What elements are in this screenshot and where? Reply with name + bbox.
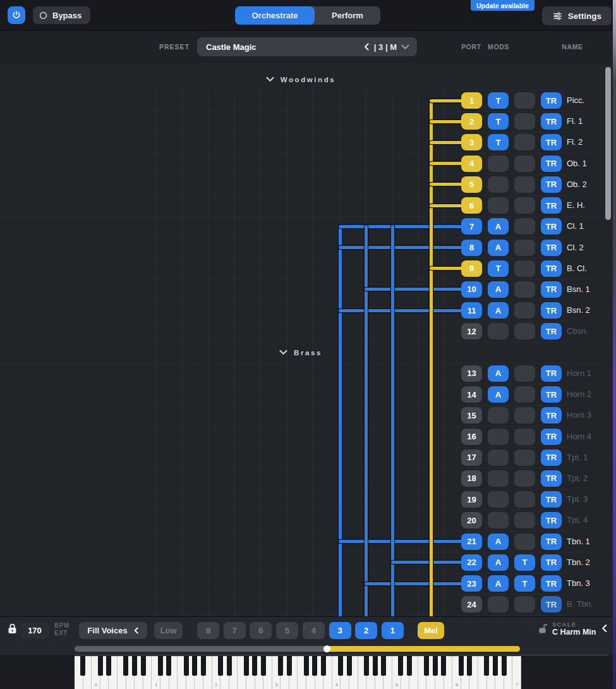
tab-perform[interactable]: Perform xyxy=(315,6,380,25)
black-key[interactable] xyxy=(123,656,128,676)
port-badge[interactable]: 10 xyxy=(461,281,482,298)
port-badge[interactable]: 13 xyxy=(461,365,482,382)
tr-button[interactable]: TR xyxy=(541,260,562,277)
voice-button-8[interactable]: 8 xyxy=(197,622,219,639)
tr-button[interactable]: TR xyxy=(541,596,562,613)
tr-button[interactable]: TR xyxy=(541,323,562,339)
mod-slot-empty[interactable] xyxy=(514,323,535,339)
mod-slot-empty[interactable] xyxy=(514,302,535,319)
black-key[interactable] xyxy=(433,656,438,676)
voice-button-2[interactable]: 2 xyxy=(355,622,377,639)
port-badge[interactable]: 4 xyxy=(461,155,482,172)
mod-slot-empty[interactable] xyxy=(514,429,535,445)
black-key[interactable] xyxy=(381,656,386,676)
black-key[interactable] xyxy=(347,656,352,676)
black-key[interactable] xyxy=(493,656,498,676)
tr-button[interactable]: TR xyxy=(541,534,562,550)
mod-slot-empty[interactable] xyxy=(488,197,509,214)
port-badge[interactable]: 11 xyxy=(461,302,482,319)
mod-button-a[interactable]: A xyxy=(488,534,509,550)
mod-slot-empty[interactable] xyxy=(514,240,535,256)
mod-button-t[interactable]: T xyxy=(488,134,509,150)
mod-button-a[interactable]: A xyxy=(488,365,509,382)
black-key[interactable] xyxy=(312,656,317,676)
mod-slot-empty[interactable] xyxy=(488,407,509,424)
power-button[interactable] xyxy=(8,6,25,24)
black-key[interactable] xyxy=(192,656,197,676)
port-badge[interactable]: 17 xyxy=(461,449,482,466)
port-badge[interactable]: 23 xyxy=(461,575,482,592)
mod-slot-empty[interactable] xyxy=(514,491,535,508)
port-badge[interactable]: 22 xyxy=(461,554,482,571)
port-badge[interactable]: 16 xyxy=(461,429,482,445)
mod-slot-empty[interactable] xyxy=(514,512,535,528)
tr-button[interactable]: TR xyxy=(541,281,562,298)
mod-slot-empty[interactable] xyxy=(514,470,535,487)
black-key[interactable] xyxy=(398,656,403,676)
black-key[interactable] xyxy=(132,656,137,676)
black-key[interactable] xyxy=(467,656,472,676)
black-key[interactable] xyxy=(252,656,257,676)
tr-button[interactable]: TR xyxy=(541,218,562,235)
update-available-badge[interactable]: Update available xyxy=(471,0,534,11)
mod-button-t[interactable]: T xyxy=(488,260,509,277)
port-badge[interactable]: 8 xyxy=(461,240,482,256)
voice-button-6[interactable]: 6 xyxy=(250,622,272,639)
black-key[interactable] xyxy=(484,656,489,676)
scrollbar-thumb[interactable] xyxy=(605,67,611,220)
preset-dropdown[interactable]: Castle Magic | 3 | M xyxy=(197,37,417,56)
mel-voice-button[interactable]: Mel xyxy=(418,622,444,639)
mod-button-t[interactable]: T xyxy=(514,554,535,571)
mod-slot-empty[interactable] xyxy=(514,596,535,613)
mod-slot-empty[interactable] xyxy=(488,596,509,613)
tr-button[interactable]: TR xyxy=(541,491,562,508)
black-key[interactable] xyxy=(166,656,171,676)
tr-button[interactable]: TR xyxy=(541,365,562,382)
mod-slot-empty[interactable] xyxy=(488,512,509,528)
voice-button-3[interactable]: 3 xyxy=(329,622,351,639)
black-key[interactable] xyxy=(304,656,309,676)
mod-slot-empty[interactable] xyxy=(514,260,535,277)
port-badge[interactable]: 14 xyxy=(461,386,482,403)
black-key[interactable] xyxy=(184,656,189,676)
black-key[interactable] xyxy=(373,656,378,676)
voice-button-7[interactable]: 7 xyxy=(224,622,246,639)
port-badge[interactable]: 1 xyxy=(461,92,482,109)
tr-button[interactable]: TR xyxy=(541,302,562,319)
tr-button[interactable]: TR xyxy=(541,113,562,130)
black-key[interactable] xyxy=(218,656,223,676)
section-header-brass[interactable]: Brass xyxy=(0,348,601,358)
port-badge[interactable]: 12 xyxy=(461,323,482,339)
black-key[interactable] xyxy=(227,656,232,676)
black-key[interactable] xyxy=(459,656,464,676)
mod-slot-empty[interactable] xyxy=(514,155,535,172)
black-key[interactable] xyxy=(441,656,446,676)
black-key[interactable] xyxy=(321,656,326,676)
port-badge[interactable]: 5 xyxy=(461,176,482,193)
mod-button-t[interactable]: T xyxy=(488,113,509,130)
mod-slot-empty[interactable] xyxy=(514,281,535,298)
port-badge[interactable]: 21 xyxy=(461,534,482,550)
tr-button[interactable]: TR xyxy=(541,134,562,150)
port-badge[interactable]: 3 xyxy=(461,134,482,150)
tr-button[interactable]: TR xyxy=(541,429,562,445)
mod-slot-empty[interactable] xyxy=(514,197,535,214)
mod-slot-empty[interactable] xyxy=(514,449,535,466)
mod-slot-empty[interactable] xyxy=(514,407,535,424)
mod-slot-empty[interactable] xyxy=(488,176,509,193)
mod-slot-empty[interactable] xyxy=(514,176,535,193)
mod-button-t[interactable]: T xyxy=(488,92,509,109)
black-key[interactable] xyxy=(407,656,412,676)
tr-button[interactable]: TR xyxy=(541,575,562,592)
tr-button[interactable]: TR xyxy=(541,240,562,256)
mod-slot-empty[interactable] xyxy=(488,449,509,466)
black-key[interactable] xyxy=(80,656,85,676)
tr-button[interactable]: TR xyxy=(541,197,562,214)
tr-button[interactable]: TR xyxy=(541,407,562,424)
port-badge[interactable]: 18 xyxy=(461,470,482,487)
keyboard-range-handle[interactable] xyxy=(323,645,330,652)
port-badge[interactable]: 7 xyxy=(461,218,482,235)
bpm-lock-icon[interactable] xyxy=(8,623,17,634)
keyboard-range-track-high[interactable] xyxy=(327,646,519,652)
mod-slot-empty[interactable] xyxy=(514,365,535,382)
